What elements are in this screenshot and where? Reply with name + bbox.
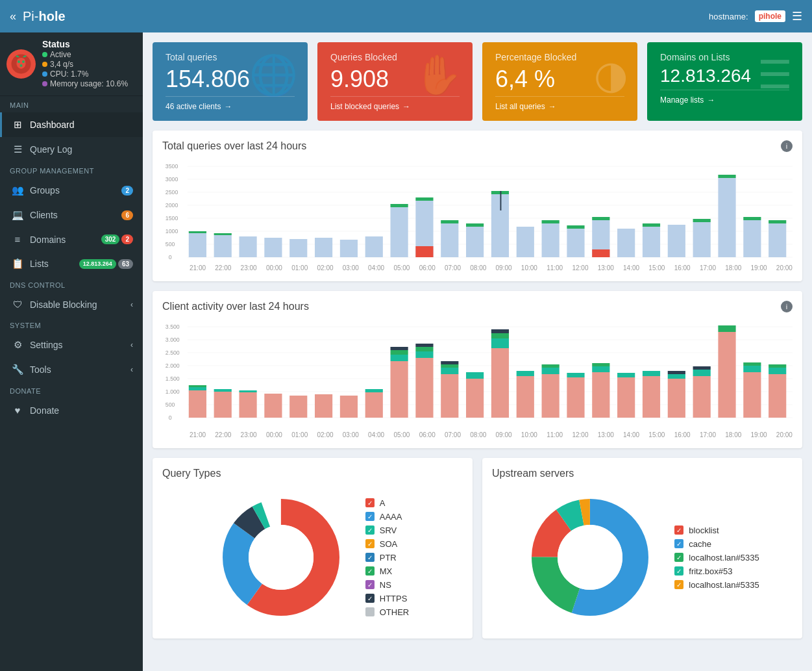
svg-rect-127: [693, 370, 711, 376]
sidebar-item-groups[interactable]: 👥 Groups 2: [0, 178, 143, 203]
groups-icon: 👥: [12, 184, 23, 196]
sidebar-item-domains[interactable]: ≡ Domains 302 2: [0, 227, 143, 251]
groups-label: Groups: [30, 185, 121, 196]
arrow-icon: ‹: [130, 300, 133, 309]
legend-color-aaaa: ✓: [365, 512, 375, 521]
svg-rect-134: [769, 374, 786, 418]
sidebar-item-query-log[interactable]: ☰ Query Log: [0, 137, 143, 162]
svg-rect-126: [693, 376, 711, 418]
svg-rect-94: [391, 347, 408, 350]
client-activity-info-icon[interactable]: i: [781, 301, 793, 312]
svg-rect-53: [668, 225, 685, 257]
donate-label: Donate: [30, 405, 133, 416]
svg-rect-49: [592, 249, 609, 257]
svg-text:1.000: 1.000: [166, 388, 180, 395]
sidebar-item-disable-blocking[interactable]: 🛡 Disable Blocking ‹: [0, 292, 143, 316]
svg-rect-81: [214, 392, 232, 418]
heart-icon: ♥: [12, 405, 23, 416]
svg-rect-23: [214, 233, 232, 235]
svg-rect-37: [466, 227, 484, 257]
query-types-title: Query Types: [162, 468, 221, 479]
sidebar-collapse-button[interactable]: «: [10, 10, 16, 23]
status-info: Status Active 3,4 q/s CPU: 1.7% Memory u…: [42, 39, 128, 89]
legend-color-localhost2: ✓: [674, 580, 683, 589]
queries-blocked-footer-text: List blocked queries: [330, 102, 399, 111]
total-queries-footer[interactable]: 46 active clients →: [166, 96, 295, 111]
sidebar-item-tools[interactable]: 🔧 Tools ‹: [0, 357, 143, 382]
svg-rect-28: [340, 240, 358, 257]
header-right: hostname: pihole ☰: [709, 9, 802, 23]
svg-rect-84: [239, 390, 256, 392]
svg-rect-78: [189, 390, 206, 418]
lists-badge1: 12.813.264: [79, 259, 116, 269]
query-types-donut-svg: [216, 492, 346, 622]
query-types-container: ✓ A ✓ AAAA ✓ SRV: [162, 486, 463, 629]
legend-label-a: A: [380, 498, 386, 508]
footer-arrow-icon3: →: [548, 102, 556, 111]
svg-point-3: [20, 64, 23, 67]
legend-label-aaaa: AAAA: [380, 512, 402, 522]
mem-label: Memory usage: 10.6%: [50, 79, 128, 88]
svg-rect-101: [441, 364, 458, 368]
legend-label-other: OTHER: [380, 607, 410, 617]
footer-arrow-icon2: →: [402, 102, 410, 111]
legend-color-ptr: ✓: [365, 553, 375, 562]
percentage-blocked-footer-text: List all queries: [495, 102, 545, 111]
svg-rect-115: [567, 373, 584, 377]
legend-label-mx: MX: [380, 566, 393, 576]
tools-icon: 🔧: [12, 364, 23, 375]
dashboard-label: Dashboard: [30, 120, 133, 130]
legend-item-fritz: ✓ fritz.box#53: [674, 566, 759, 576]
svg-rect-79: [189, 387, 206, 390]
svg-rect-52: [643, 223, 660, 227]
svg-rect-88: [340, 396, 358, 418]
svg-rect-129: [718, 332, 735, 418]
sidebar-item-clients[interactable]: 💻 Clients 6: [0, 203, 143, 227]
svg-point-2: [22, 60, 25, 63]
legend-item-a: ✓ A: [365, 498, 410, 508]
svg-rect-34: [415, 246, 433, 257]
upstream-donut-svg: [525, 492, 655, 622]
legend-item-aaaa: ✓ AAAA: [365, 512, 410, 522]
sidebar-item-settings[interactable]: ⚙ Settings ‹: [0, 333, 143, 357]
sidebar-item-dashboard[interactable]: ⊞ Dashboard: [0, 112, 143, 137]
percentage-blocked-footer[interactable]: List all queries →: [495, 96, 624, 111]
svg-rect-119: [617, 377, 635, 418]
svg-rect-105: [491, 348, 509, 418]
svg-rect-123: [668, 379, 685, 418]
avatar: [6, 49, 36, 79]
domains-badge2: 2: [121, 234, 133, 244]
svg-rect-51: [643, 227, 660, 257]
svg-rect-35: [441, 223, 458, 257]
sidebar-item-donate[interactable]: ♥ Donate: [0, 398, 143, 422]
svg-rect-46: [567, 225, 584, 229]
svg-text:3.500: 3.500: [166, 323, 180, 330]
svg-text:3000: 3000: [166, 176, 178, 183]
tools-label: Tools: [30, 364, 130, 375]
domains-badges: 302 2: [101, 234, 133, 244]
svg-rect-98: [415, 344, 433, 347]
legend-color-mx: ✓: [365, 566, 375, 576]
query-log-label: Query Log: [30, 144, 133, 155]
user-panel: Status Active 3,4 q/s CPU: 1.7% Memory u…: [0, 32, 143, 96]
sidebar-item-lists[interactable]: 📋 Lists 12.813.264 63: [0, 251, 143, 276]
hamburger-button[interactable]: ☰: [792, 9, 802, 23]
legend-item-soa: ✓ SOA: [365, 539, 410, 549]
shield-icon: 🛡: [12, 299, 23, 310]
logo-hole: hole: [38, 9, 65, 23]
legend-item-ns: ✓ NS: [365, 580, 410, 590]
svg-rect-82: [214, 389, 232, 392]
total-queries-info-icon[interactable]: i: [781, 140, 793, 152]
stat-card-total-queries: 🌐 Total queries 154.806 46 active client…: [153, 42, 308, 121]
svg-rect-136: [769, 364, 786, 368]
legend-color-srv: ✓: [365, 525, 375, 535]
legend-label-localhost1: localhost.lan#5335: [689, 553, 759, 563]
dashboard-icon: ⊞: [12, 119, 23, 131]
legend-label-fritz: fritz.box#53: [689, 566, 732, 576]
legend-item-cache: ✓ cache: [674, 539, 759, 549]
svg-rect-110: [517, 371, 534, 376]
queries-blocked-footer[interactable]: List blocked queries →: [330, 96, 460, 111]
tools-arrow-icon: ‹: [130, 365, 133, 374]
svg-rect-42: [517, 227, 534, 257]
svg-rect-102: [441, 361, 458, 364]
